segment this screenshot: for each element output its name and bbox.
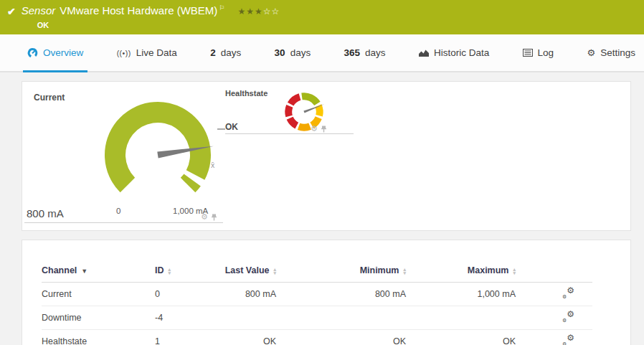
flag-icon[interactable]: ⚐ [219,4,224,11]
pin-icon[interactable] [211,214,217,221]
tab-historic-data[interactable]: Historic Data [419,34,489,71]
tab-365-days[interactable]: 365 days [344,34,386,71]
channels-table: Channel▼ ID▴▾ Last Value▴▾ Minimum▴▾ Max… [42,262,592,345]
column-header-actions [544,262,592,283]
channels-table-panel: Channel▼ ID▴▾ Last Value▴▾ Minimum▴▾ Max… [22,240,631,345]
sensor-kind-label: Sensor [22,4,56,16]
tab-label: Overview [43,47,83,58]
tab-label: Log [538,47,554,58]
sort-icon: ▴▾ [273,268,276,275]
current-gauge-title: Current [34,93,65,103]
gauge-average-marker: x̄ [211,161,214,169]
gauge-peak-marker [217,128,225,130]
column-header-minimum[interactable]: Minimum▴▾ [298,262,435,283]
tab-number: 365 [344,47,361,58]
channel-id: -4 [155,306,217,330]
tab-bar: Overview ((•)) Live Data 2 days 30 days … [0,34,644,72]
tab-label: days [290,47,311,58]
sort-icon: ▴▾ [403,268,406,275]
tab-live-data[interactable]: ((•)) Live Data [117,34,177,71]
channel-maximum [435,306,544,330]
area-chart-icon [419,49,429,57]
overview-gauges-panel: Current x̄ 0 1,000 mA 800 mA ⚙ Healthsta… [22,81,631,231]
status-badge: OK [37,21,280,29]
gauge-icon [27,47,38,58]
gauge-settings-icon[interactable]: ⚙ [311,124,318,133]
divider [225,133,354,134]
tab-30-days[interactable]: 30 days [275,34,311,71]
gauge-mini-toolbar: ⚙ [201,212,217,222]
sort-icon: ▴▾ [169,268,171,275]
table-row: Healthstate 1 OK OK OK ⚙⚙ [42,330,592,345]
channel-name[interactable]: Downtime [42,306,155,330]
priority-stars-empty[interactable]: ☆☆ [263,6,280,16]
tab-label: days [365,47,386,58]
current-value-label: 800 mA [27,207,64,219]
channel-settings-icon[interactable]: ⚙⚙ [562,311,574,322]
gauge-mini-toolbar: ⚙ [311,124,327,133]
sort-desc-icon: ▼ [81,268,87,275]
tab-log[interactable]: Log [523,34,554,71]
ok-check-icon: ✔ [7,6,16,34]
page-title: VMware Host Hardware (WBEM) [60,4,217,16]
channel-maximum: OK [435,330,544,345]
channel-minimum [298,306,435,330]
channel-settings-icon[interactable]: ⚙⚙ [562,288,574,298]
priority-stars[interactable]: ★★★☆☆ [238,6,280,16]
live-data-icon: ((•)) [117,49,131,57]
channel-minimum: OK [298,330,435,345]
column-header-maximum[interactable]: Maximum▴▾ [435,262,544,283]
tab-label: Historic Data [434,47,489,58]
channel-minimum: 800 mA [298,283,435,306]
channel-name[interactable]: Healthstate [42,330,155,345]
tab-label: Live Data [136,47,177,58]
divider [24,222,223,223]
pin-icon[interactable] [321,126,327,133]
healthstate-value-label: OK [225,122,238,132]
tab-2-days[interactable]: 2 days [210,34,241,71]
tab-settings[interactable]: ⚙ Settings [587,34,635,71]
gauge-scale-min: 0 [116,207,120,215]
gauge-settings-icon[interactable]: ⚙ [201,212,208,222]
sensor-title-block: SensorVMware Host Hardware (WBEM)⚐ ★★★☆☆… [22,4,280,34]
current-gauge [86,89,229,218]
channel-id: 0 [155,283,217,306]
gear-icon: ⚙ [587,47,595,58]
channel-last-value [217,306,298,330]
channel-last-value: 800 mA [217,283,298,306]
column-header-channel[interactable]: Channel▼ [42,262,155,283]
table-row: Current 0 800 mA 800 mA 1,000 mA ⚙⚙ [42,283,592,306]
tab-label: Settings [600,47,635,58]
column-header-id[interactable]: ID▴▾ [155,262,217,283]
sensor-status-header: ✔ SensorVMware Host Hardware (WBEM)⚐ ★★★… [0,0,644,34]
channel-name[interactable]: Current [42,283,155,306]
log-list-icon [523,49,533,57]
table-row: Downtime -4 ⚙⚙ [42,306,592,330]
tab-number: 30 [275,47,285,58]
channel-id: 1 [155,330,217,345]
channel-settings-icon[interactable]: ⚙⚙ [562,335,574,345]
channel-last-value: OK [217,330,298,345]
column-header-last-value[interactable]: Last Value▴▾ [217,262,298,283]
tab-label: days [221,47,242,58]
table-header-row: Channel▼ ID▴▾ Last Value▴▾ Minimum▴▾ Max… [42,262,592,283]
tab-number: 2 [210,47,216,58]
tab-overview[interactable]: Overview [27,34,83,71]
sort-icon: ▴▾ [513,268,516,275]
channel-maximum: 1,000 mA [435,283,544,306]
priority-stars-filled[interactable]: ★★★ [238,6,263,16]
healthstate-gauge-title: Healthstate [225,89,267,98]
